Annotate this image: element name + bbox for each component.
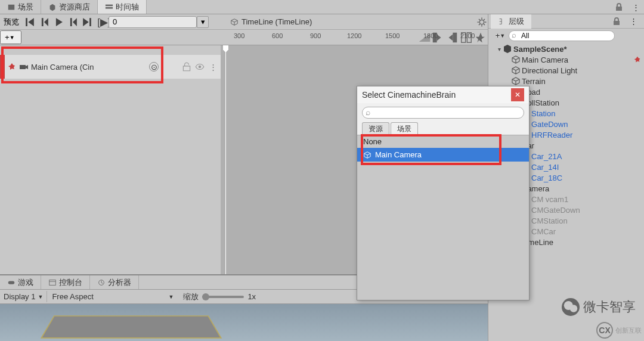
hierarchy-item-label: GateDown (531, 120, 642, 129)
hierarchy-item[interactable]: Directional Light (488, 65, 644, 76)
panel-menu-icon[interactable]: ⋮ (631, 2, 640, 12)
cinemachine-track[interactable]: Main Camera (Cin ⊙ ⋮ (0, 55, 221, 79)
tab-hierarchy[interactable]: 层级 (491, 14, 531, 29)
tab-scene[interactable]: 场景 (0, 0, 41, 14)
scene-icon (7, 3, 16, 11)
hierarchy-item-label: CM vcam1 (531, 195, 642, 204)
tab-console[interactable]: 控制台 (41, 275, 90, 289)
hierarchy-item-label: Directional Light (522, 66, 642, 75)
playhead[interactable] (225, 45, 226, 274)
track-color-bar (0, 55, 5, 79)
svg-rect-1 (106, 7, 113, 9)
popup-item-main-camera[interactable]: Main Camera (357, 148, 529, 162)
display-dropdown[interactable]: Display 1 ▼ (0, 291, 47, 302)
hierarchy-tabs: 层级 ⋮ (488, 14, 644, 29)
go-start-button[interactable] (23, 16, 37, 29)
watermark2-label: 创新互联 (615, 326, 642, 335)
svg-point-3 (479, 20, 484, 24)
aspect-label: Free Aspect (52, 292, 93, 301)
popup-titlebar[interactable]: Select CinemachineBrain ✕ (357, 86, 529, 103)
timeline-asset-name[interactable]: TimeLine (TimeLine) (224, 16, 476, 28)
go-end-button[interactable] (80, 16, 94, 29)
frame-dropdown[interactable]: ▾ (197, 16, 209, 28)
hierarchy-item[interactable]: ▾SampleScene* (488, 44, 644, 54)
svg-rect-0 (106, 4, 113, 6)
profiler-icon (97, 278, 106, 287)
settings-gear-icon[interactable] (476, 16, 488, 28)
prev-frame-button[interactable] (37, 16, 51, 29)
play-button[interactable] (51, 16, 66, 29)
lock-icon[interactable] (614, 2, 624, 12)
hierarchy-add-button[interactable]: +▼ (492, 31, 509, 40)
hierarchy-item-label: Main Camera (522, 55, 633, 64)
track-name-label: Main Camera (Cin (31, 63, 147, 72)
tab-profiler[interactable]: 分析器 (90, 275, 139, 289)
popup-search-input[interactable] (362, 107, 524, 119)
hierarchy-item-label: CMGateDown (531, 206, 642, 215)
popup-close-button[interactable]: ✕ (511, 88, 524, 101)
popup-tab-scene[interactable]: 场景 (391, 122, 418, 135)
hierarchy-lock-icon[interactable] (612, 17, 621, 26)
hierarchy-item-label: Road (522, 88, 642, 97)
popup-search-row (357, 103, 529, 122)
hierarchy-item-label: Car_21A (531, 152, 642, 161)
timeline-toolbar: 预览 [▶] ▾ TimeLine (TimeLine) (0, 14, 488, 30)
tab-asset-store[interactable]: 资源商店 (41, 0, 98, 14)
add-track-button[interactable]: +▼ (0, 30, 21, 44)
ruler-tick: 1500 (385, 32, 400, 39)
tab-game[interactable]: 游戏 (0, 275, 41, 289)
popup-item-none[interactable]: None (357, 135, 529, 148)
object-picker-icon[interactable]: ⊙ (149, 62, 159, 72)
track-lock-icon[interactable] (181, 61, 192, 72)
zoom-label: 缩放 (183, 292, 199, 302)
timeline-ruler[interactable]: 300 600 900 1200 1500 1800 2100 (221, 30, 488, 45)
play-range-button[interactable]: [▶] (94, 16, 109, 29)
svg-point-14 (570, 305, 578, 312)
frame-input[interactable] (109, 16, 197, 28)
cx-logo-icon: CX (596, 322, 613, 339)
tab-scene-label: 场景 (18, 2, 33, 13)
ruler-tick: 900 (310, 32, 321, 39)
tab-game-label: 游戏 (18, 277, 33, 288)
game-view (0, 304, 488, 341)
object-picker-popup: Select CinemachineBrain ✕ 资源 场景 None Mai… (357, 86, 530, 300)
track-menu-icon[interactable]: ⋮ (208, 61, 218, 72)
zoom-slider-handle[interactable] (202, 293, 209, 300)
hierarchy-item[interactable]: Terrain (488, 76, 644, 86)
hierarchy-item-label: Car_14I (531, 163, 642, 172)
popup-title-label: Select CinemachineBrain (362, 90, 511, 100)
ruler-tick: 600 (272, 32, 283, 39)
timeline-tracks-panel: Main Camera (Cin ⊙ ⋮ (0, 45, 221, 274)
hierarchy-item-label: Car (522, 141, 642, 150)
ruler-tick: 300 (234, 32, 244, 39)
hierarchy-search-input[interactable] (509, 30, 615, 41)
svg-point-9 (199, 66, 202, 69)
hierarchy-toggle-icon[interactable]: ▾ (496, 46, 503, 52)
chevron-down-icon: ▼ (168, 294, 174, 300)
top-tabs-bar: 场景 资源商店 时间轴 ⋮ (0, 0, 644, 14)
display-label: Display 1 (4, 292, 35, 301)
hierarchy-icon (498, 17, 506, 26)
hierarchy-item[interactable]: Main Camera (488, 54, 644, 65)
aspect-dropdown[interactable]: Free Aspect ▼ (47, 291, 178, 302)
preview-button[interactable]: 预览 (0, 15, 23, 29)
zoom-slider[interactable] (202, 296, 244, 298)
hierarchy-menu-icon[interactable]: ⋮ (628, 17, 638, 26)
popup-tab-assets[interactable]: 资源 (362, 122, 389, 135)
ruler-tick: 1800 (423, 32, 438, 39)
tab-timeline[interactable]: 时间轴 (98, 0, 147, 14)
hierarchy-item-label: SampleScene* (513, 45, 642, 54)
next-frame-button[interactable] (66, 16, 80, 29)
track-visibility-icon[interactable] (194, 61, 205, 72)
wechat-icon (562, 298, 580, 316)
tab-console-label: 控制台 (59, 277, 82, 288)
hierarchy-item-label: HRFReader (531, 131, 642, 140)
hierarchy-search-row: +▼ (488, 29, 644, 42)
watermark-label: 微卡智享 (583, 298, 636, 316)
hierarchy-item-label: Terrain (522, 77, 642, 86)
cinemachine-badge-icon (633, 55, 642, 64)
ruler-tick: 1200 (347, 32, 361, 39)
cube-icon (511, 66, 521, 75)
timeline-name-label: TimeLine (TimeLine) (242, 17, 312, 26)
watermark: 微卡智享 (562, 298, 636, 316)
